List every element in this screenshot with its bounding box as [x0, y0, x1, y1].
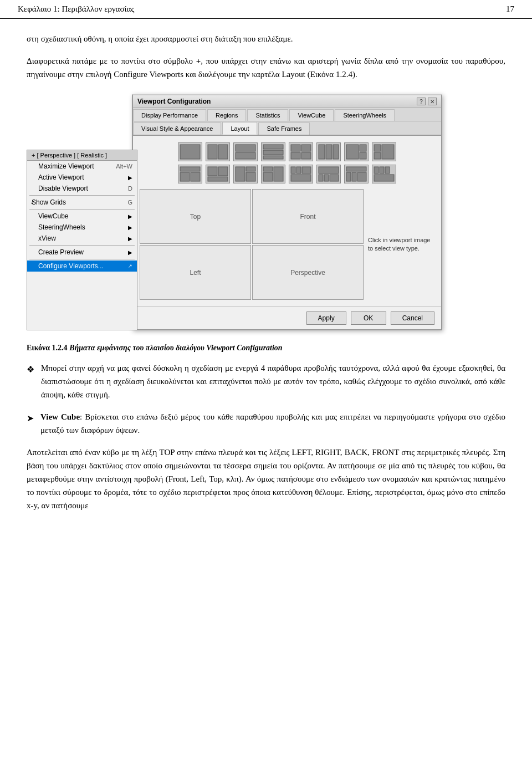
- layout-icon-r2-8[interactable]: [372, 165, 396, 183]
- tabs-row-2: Visual Style & Appearance Layout Safe Fr…: [133, 121, 441, 136]
- menu-item-create-preview[interactable]: Create Preview ▶: [27, 247, 137, 258]
- layout-icon-r2-7[interactable]: [344, 165, 369, 183]
- menu-item-configure-viewports[interactable]: Configure Viewports... ↗: [27, 261, 137, 272]
- svg-rect-42: [346, 172, 351, 181]
- tab-safe-frames[interactable]: Safe Frames: [258, 122, 310, 135]
- svg-rect-37: [319, 167, 339, 173]
- paragraph-topcube: Αποτελείται από έναν κύβο με τη λέξη TOP…: [27, 446, 505, 512]
- menu-item-xview[interactable]: xView ▶: [27, 233, 137, 244]
- svg-rect-11: [301, 152, 311, 159]
- layout-icon-single[interactable]: [178, 142, 202, 161]
- menu-separator-4: [29, 259, 135, 259]
- layout-icons-row-1: [140, 142, 434, 161]
- svg-rect-23: [191, 172, 200, 181]
- main-content: στη σχεδιαστική οθόνη, η οποία έχει προσ…: [0, 32, 532, 512]
- tabs-row-1: Display Performance Regions Statistics V…: [133, 108, 441, 121]
- dialog-area: + [ Perspective ] [ Realistic ] Maximize…: [27, 94, 505, 330]
- layout-icon-four-equal[interactable]: [289, 142, 313, 161]
- svg-rect-45: [374, 167, 378, 173]
- apply-button[interactable]: Apply: [306, 311, 346, 325]
- menu-item-steeringwheels[interactable]: SteeringWheels ▶: [27, 222, 137, 233]
- layout-icon-two-vertical[interactable]: [206, 142, 230, 161]
- svg-rect-15: [346, 145, 359, 159]
- page-header: Κεφάλαιο 1: Περιβάλλον εργασίας 17: [0, 0, 532, 19]
- viewcube-content: View Cube: Βρίσκεται στο επάνω δεξιό μέρ…: [40, 410, 505, 437]
- layout-icon-r2-1[interactable]: [178, 165, 202, 183]
- svg-rect-47: [385, 167, 390, 173]
- figure-caption: Εικόνα 1.2.4 Βήματα εμφάνισης του πλαισί…: [27, 344, 505, 353]
- viewport-hint: Click in viewport image to select view t…: [368, 189, 434, 300]
- tab-steeringwheels[interactable]: SteeringWheels: [335, 109, 395, 121]
- svg-rect-21: [180, 167, 200, 171]
- menu-item-viewcube[interactable]: ViewCube ▶: [27, 211, 137, 222]
- svg-rect-48: [374, 175, 394, 181]
- layout-icon-wide-right[interactable]: [372, 142, 396, 161]
- bullet-item-1: ❖ Μπορεί στην αρχή να μας φανεί δύσκολη …: [27, 361, 505, 401]
- close-button[interactable]: ✕: [428, 98, 437, 105]
- layout-icon-three-left[interactable]: [261, 142, 285, 161]
- tab-display-performance[interactable]: Display Performance: [133, 109, 206, 121]
- svg-rect-31: [263, 172, 273, 181]
- menu-separator-3: [29, 245, 135, 246]
- viewport-top[interactable]: Top: [140, 189, 251, 244]
- context-menu-header: + [ Perspective ] [ Realistic ]: [27, 150, 137, 161]
- menu-item-disable[interactable]: Disable Viewport D: [27, 183, 137, 194]
- viewport-grid: Top Front Left Perspective: [140, 189, 364, 300]
- svg-rect-10: [291, 152, 300, 159]
- viewport-left[interactable]: Left: [140, 245, 251, 300]
- layout-icon-wide-left[interactable]: [344, 142, 369, 161]
- svg-rect-25: [218, 167, 228, 176]
- bullet-content-1: Μπορεί στην αρχή να μας φανεί δύσκολη η …: [41, 361, 505, 401]
- svg-rect-20: [382, 145, 394, 159]
- svg-rect-26: [208, 177, 228, 181]
- svg-rect-27: [236, 167, 245, 181]
- svg-rect-1: [208, 145, 217, 159]
- viewport-front[interactable]: Front: [252, 189, 364, 244]
- ok-button[interactable]: OK: [351, 311, 386, 325]
- menu-item-maximize[interactable]: Maximize Viewport Alt+W: [27, 161, 137, 172]
- layout-icon-r2-5[interactable]: [289, 165, 313, 183]
- diamond-icon: ❖: [27, 362, 34, 401]
- menu-item-grids[interactable]: ✓ Show Grids G: [27, 197, 137, 208]
- layout-icon-r2-4[interactable]: [261, 165, 285, 183]
- svg-rect-19: [374, 152, 381, 159]
- tab-layout[interactable]: Layout: [222, 122, 257, 135]
- tab-regions[interactable]: Regions: [207, 109, 246, 121]
- svg-rect-46: [380, 167, 384, 173]
- svg-rect-32: [274, 167, 283, 181]
- layout-icon-r2-6[interactable]: [316, 165, 341, 183]
- svg-rect-13: [326, 145, 332, 159]
- svg-rect-36: [291, 175, 311, 181]
- titlebar-controls: ? ✕: [417, 98, 437, 105]
- tab-visual-style[interactable]: Visual Style & Appearance: [133, 122, 221, 135]
- layout-icon-two-horizontal[interactable]: [233, 142, 258, 161]
- minimize-button[interactable]: ?: [417, 98, 426, 105]
- dialog-title: Viewport Configuration: [137, 98, 211, 105]
- menu-item-active[interactable]: Active Viewport ▶: [27, 172, 137, 183]
- svg-rect-35: [302, 167, 311, 173]
- context-menu: + [ Perspective ] [ Realistic ] Maximize…: [27, 150, 137, 330]
- viewport-preview-area: Top Front Left Perspective Click in view…: [140, 189, 434, 300]
- tab-statistics[interactable]: Statistics: [247, 109, 288, 121]
- svg-rect-43: [352, 172, 356, 181]
- svg-rect-18: [374, 145, 381, 151]
- header-chapter: Κεφάλαιο 1: Περιβάλλον εργασίας: [18, 4, 134, 14]
- arrow-icon: ➤: [27, 411, 34, 437]
- layout-icon-r2-2[interactable]: [206, 165, 230, 183]
- paragraph-1: στη σχεδιαστική οθόνη, η οποία έχει προσ…: [27, 32, 505, 45]
- svg-rect-17: [360, 152, 366, 159]
- dialog-titlebar: Viewport Configuration ? ✕: [133, 95, 441, 108]
- svg-rect-22: [180, 172, 190, 181]
- viewport-perspective[interactable]: Perspective: [252, 245, 364, 300]
- svg-rect-29: [246, 172, 255, 181]
- svg-rect-8: [291, 145, 300, 151]
- layout-icon-r2-3[interactable]: [233, 165, 258, 183]
- svg-rect-34: [296, 167, 301, 173]
- cancel-button[interactable]: Cancel: [391, 311, 434, 325]
- svg-rect-39: [324, 175, 329, 181]
- layout-icon-three-top[interactable]: [316, 142, 341, 161]
- viewcube-item: ➤ View Cube: Βρίσκεται στο επάνω δεξιό μ…: [27, 410, 505, 437]
- tab-viewcube[interactable]: ViewCube: [289, 109, 334, 121]
- svg-rect-12: [319, 145, 325, 159]
- viewport-configuration-dialog: Viewport Configuration ? ✕ Display Perfo…: [132, 94, 442, 330]
